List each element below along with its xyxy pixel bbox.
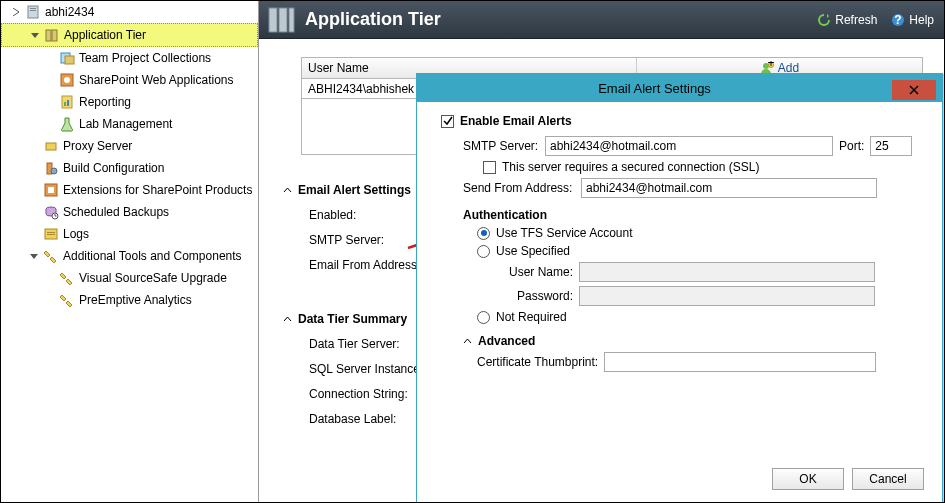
build-icon bbox=[43, 160, 59, 176]
proxy-icon bbox=[43, 138, 59, 154]
caret-down-icon[interactable] bbox=[29, 251, 39, 261]
tree-label: Proxy Server bbox=[63, 139, 132, 153]
smtp-input[interactable]: abhi2434@hotmail.com bbox=[545, 136, 833, 156]
from-label: Send From Address: bbox=[463, 181, 575, 195]
app-tier-icon bbox=[265, 4, 297, 36]
svg-text:?: ? bbox=[895, 13, 902, 27]
svg-rect-23 bbox=[279, 8, 287, 32]
page-title: Application Tier bbox=[305, 9, 803, 30]
tree-label: Scheduled Backups bbox=[63, 205, 169, 219]
svg-rect-10 bbox=[64, 102, 66, 106]
email-alert-dialog: Email Alert Settings Enable Email Alerts… bbox=[416, 73, 943, 503]
svg-rect-4 bbox=[52, 30, 57, 41]
help-icon: ? bbox=[891, 13, 905, 27]
sharepoint-icon bbox=[59, 72, 75, 88]
refresh-link[interactable]: Refresh bbox=[817, 13, 877, 27]
lab-icon bbox=[59, 116, 75, 132]
close-icon bbox=[909, 85, 919, 95]
chevron-up-icon bbox=[463, 337, 472, 346]
user-input bbox=[579, 262, 875, 282]
auth-section: Authentication bbox=[463, 208, 924, 222]
collection-icon bbox=[59, 50, 75, 66]
port-label: Port: bbox=[839, 139, 864, 153]
tree-label: Extensions for SharePoint Products bbox=[63, 183, 252, 197]
banner: Application Tier Refresh ? Help bbox=[259, 1, 944, 39]
tree-node-scheduled[interactable]: Scheduled Backups bbox=[1, 201, 258, 223]
password-input bbox=[579, 286, 875, 306]
tree-node-logs[interactable]: Logs bbox=[1, 223, 258, 245]
extension-icon bbox=[43, 182, 59, 198]
port-input[interactable]: 25 bbox=[870, 136, 912, 156]
radio-not-required[interactable] bbox=[477, 311, 490, 324]
wrench-icon bbox=[59, 292, 75, 308]
cert-input[interactable] bbox=[604, 352, 876, 372]
svg-rect-22 bbox=[269, 8, 277, 32]
radio-use-specified[interactable] bbox=[477, 245, 490, 258]
tree-label: Reporting bbox=[79, 95, 131, 109]
tree-node-build[interactable]: Build Configuration bbox=[1, 157, 258, 179]
servers-icon bbox=[44, 27, 60, 43]
tree-node-root[interactable]: abhi2434 bbox=[1, 1, 258, 23]
svg-rect-16 bbox=[48, 187, 54, 193]
user-label: User Name: bbox=[501, 265, 573, 279]
svg-point-14 bbox=[51, 168, 57, 174]
advanced-section[interactable]: Advanced bbox=[463, 334, 924, 348]
enable-alerts-checkbox[interactable] bbox=[441, 115, 454, 128]
refresh-icon bbox=[817, 13, 831, 27]
tree-node-lab[interactable]: Lab Management bbox=[1, 113, 258, 135]
ok-button[interactable]: OK bbox=[772, 468, 844, 490]
tree-label: Lab Management bbox=[79, 117, 172, 131]
svg-rect-3 bbox=[46, 30, 51, 41]
svg-rect-1 bbox=[30, 8, 36, 9]
server-icon bbox=[25, 4, 41, 20]
svg-rect-6 bbox=[65, 56, 74, 64]
from-input[interactable]: abhi2434@hotmail.com bbox=[581, 178, 877, 198]
svg-rect-0 bbox=[28, 6, 38, 18]
svg-rect-12 bbox=[46, 143, 56, 150]
tree-node-reporting[interactable]: Reporting bbox=[1, 91, 258, 113]
chevron-up-icon bbox=[283, 315, 292, 324]
tree-label: Build Configuration bbox=[63, 161, 164, 175]
backup-icon bbox=[43, 204, 59, 220]
svg-text:+: + bbox=[767, 61, 774, 70]
tree-label: Application Tier bbox=[64, 28, 146, 42]
tree-label: Visual SourceSafe Upgrade bbox=[79, 271, 227, 285]
svg-rect-24 bbox=[289, 8, 294, 32]
chevron-up-icon bbox=[283, 186, 292, 195]
tree-node-sharepoint[interactable]: SharePoint Web Applications bbox=[1, 69, 258, 91]
report-icon bbox=[59, 94, 75, 110]
tree-node-team-project[interactable]: Team Project Collections bbox=[1, 47, 258, 69]
tree-node-proxy[interactable]: Proxy Server bbox=[1, 135, 258, 157]
tree-label: SharePoint Web Applications bbox=[79, 73, 234, 87]
svg-rect-11 bbox=[67, 100, 69, 106]
tools-icon bbox=[43, 248, 59, 264]
password-label: Password: bbox=[501, 289, 573, 303]
tree-label: Additional Tools and Components bbox=[63, 249, 242, 263]
logs-icon bbox=[43, 226, 59, 242]
help-link[interactable]: ? Help bbox=[891, 13, 934, 27]
dialog-title: Email Alert Settings bbox=[417, 81, 892, 96]
svg-rect-21 bbox=[47, 234, 55, 235]
caret-down-icon[interactable] bbox=[30, 30, 40, 40]
tree-node-application-tier[interactable]: Application Tier bbox=[1, 23, 258, 47]
svg-rect-20 bbox=[47, 232, 55, 233]
caret-icon[interactable] bbox=[11, 7, 21, 17]
svg-rect-2 bbox=[30, 10, 36, 11]
cancel-button[interactable]: Cancel bbox=[852, 468, 924, 490]
tree-node-preempt[interactable]: PreEmptive Analytics bbox=[1, 289, 258, 311]
radio-use-tfs[interactable] bbox=[477, 227, 490, 240]
tree-label: Team Project Collections bbox=[79, 51, 211, 65]
smtp-label: SMTP Server: bbox=[463, 139, 539, 153]
ssl-label: This server requires a secured connectio… bbox=[502, 160, 759, 174]
tree-node-vss[interactable]: Visual SourceSafe Upgrade bbox=[1, 267, 258, 289]
dialog-titlebar[interactable]: Email Alert Settings bbox=[417, 74, 942, 102]
navigation-tree[interactable]: abhi2434 Application Tier Team Project C… bbox=[1, 1, 259, 502]
cert-label: Certificate Thumbprint: bbox=[477, 355, 598, 369]
enable-alerts-label: Enable Email Alerts bbox=[460, 114, 572, 128]
ssl-checkbox[interactable] bbox=[483, 161, 496, 174]
tree-node-additional[interactable]: Additional Tools and Components bbox=[1, 245, 258, 267]
tree-label: Logs bbox=[63, 227, 89, 241]
tree-node-extensions[interactable]: Extensions for SharePoint Products bbox=[1, 179, 258, 201]
close-button[interactable] bbox=[892, 80, 936, 100]
tree-label: abhi2434 bbox=[45, 5, 94, 19]
